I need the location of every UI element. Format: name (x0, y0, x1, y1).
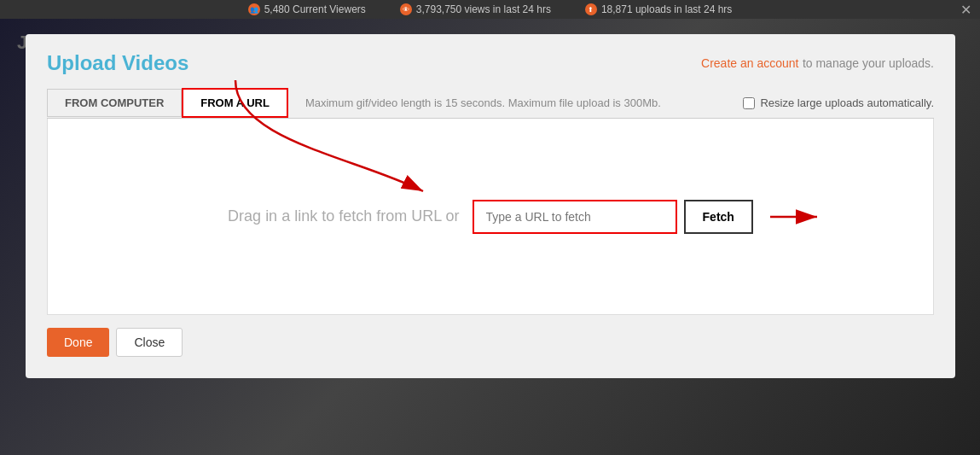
url-input[interactable] (473, 200, 677, 234)
upload-modal: Upload Videos Create an account to manag… (26, 34, 955, 378)
uploads-stat: ⬆ 18,871 uploads in last 24 hrs (585, 3, 732, 15)
done-button[interactable]: Done (47, 328, 109, 357)
modal-footer: Done Close (47, 328, 934, 357)
modal-header: Upload Videos Create an account to manag… (47, 51, 934, 75)
close-button[interactable]: Close (116, 328, 183, 357)
drag-text: Drag in a link to fetch from URL or (228, 207, 459, 225)
tab-from-computer[interactable]: FROM COMPUTER (47, 89, 182, 117)
tab-row: FROM COMPUTER FROM A URL Maximum gif/vid… (47, 88, 934, 119)
annotation-arrow-2 (770, 208, 830, 225)
resize-checkbox[interactable] (743, 97, 755, 109)
modal-title: Upload Videos (47, 51, 188, 75)
tab-from-url[interactable]: FROM A URL (182, 88, 288, 118)
manage-text: to manage your uploads. (803, 56, 934, 70)
modal-header-right: Create an account to manage your uploads… (701, 55, 934, 71)
create-account-link[interactable]: Create an account (701, 56, 798, 70)
uploads-icon: ⬆ (585, 3, 597, 15)
top-bar: 👥 5,480 Current Viewers 👁 3,793,750 view… (0, 0, 980, 19)
viewers-icon: 👥 (248, 3, 260, 15)
views-icon: 👁 (400, 3, 412, 15)
close-icon[interactable]: ✕ (960, 2, 971, 18)
content-area: Drag in a link to fetch from URL or Fetc… (47, 119, 934, 315)
views-stat: 👁 3,793,750 views in last 24 hrs (400, 3, 551, 15)
fetch-button[interactable]: Fetch (684, 200, 753, 234)
resize-checkbox-area: Resize large uploads automatically. (743, 96, 934, 109)
viewers-stat: 👥 5,480 Current Viewers (248, 3, 366, 15)
url-input-wrapper: Fetch (473, 200, 753, 234)
resize-label: Resize large uploads automatically. (760, 96, 934, 109)
tab-info: Maximum gif/video length is 15 seconds. … (305, 96, 744, 109)
